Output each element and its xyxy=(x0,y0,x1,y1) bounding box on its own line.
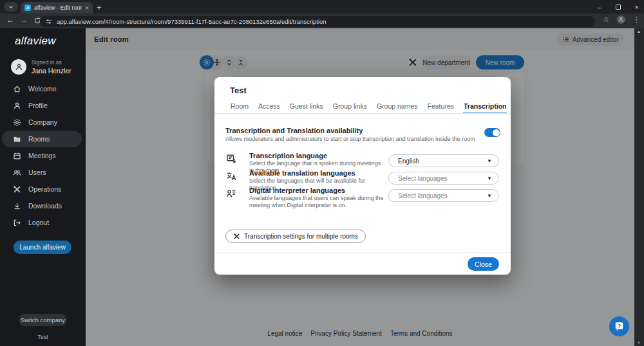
url-text: app.alfaview.com/#/room-structure/room/9… xyxy=(57,18,327,25)
sidebar-item-downloads[interactable]: Downloads xyxy=(0,197,86,214)
footer-divider xyxy=(214,252,511,253)
window-controls: – × xyxy=(597,0,639,14)
multi-rooms-label: Transcription settings for multiple room… xyxy=(244,233,358,240)
sidebar-item-label: Welcome xyxy=(28,85,57,93)
chevron-down-icon: ▼ xyxy=(487,158,492,164)
screen: a alfaview - Edit room × + – × ← → app.a… xyxy=(0,0,644,346)
sidebar-item-company[interactable]: Company xyxy=(0,114,86,131)
crossed-tools-icon xyxy=(233,233,240,240)
home-icon xyxy=(13,85,21,93)
tab-guest-links[interactable]: Guest links xyxy=(289,100,324,114)
chevron-down-icon: ▼ xyxy=(487,176,492,181)
chevron-down-icon: ▼ xyxy=(487,193,492,199)
person-icon xyxy=(13,102,21,110)
minimize-button[interactable]: – xyxy=(597,3,601,11)
browser-tab-strip: a alfaview - Edit room × + – × xyxy=(0,0,644,14)
user-name: Jana Henzler xyxy=(32,67,71,75)
edit-room-dialog: Test Room Access Guest links Group links… xyxy=(214,77,511,275)
launch-alfaview-button[interactable]: Launch alfaview xyxy=(14,241,71,254)
sidebar-item-meetings[interactable]: Meetings xyxy=(0,147,86,164)
help-bubble-icon xyxy=(613,320,625,332)
sidebar-item-label: Meetings xyxy=(28,152,56,159)
signed-in-as-label: Signed in as xyxy=(32,59,71,66)
dialog-title: Test xyxy=(230,86,247,95)
calendar-icon xyxy=(13,152,21,160)
setting-title: Transcription language xyxy=(249,152,327,159)
help-chat-button[interactable] xyxy=(609,316,629,336)
translate-icon xyxy=(226,171,236,181)
sidebar-item-rooms[interactable]: Rooms xyxy=(2,131,82,147)
forward-button[interactable]: → xyxy=(20,15,28,24)
new-tab-button[interactable]: + xyxy=(97,3,102,12)
sidebar-item-welcome[interactable]: Welcome xyxy=(0,80,86,97)
chevron-down-icon xyxy=(8,4,14,10)
translation-languages-select[interactable]: Select languages ▼ xyxy=(388,172,499,185)
setting-title: Available translation languages xyxy=(249,169,355,177)
sidebar-item-users[interactable]: Users xyxy=(0,164,86,181)
user-avatar xyxy=(11,59,26,75)
tab-group-names[interactable]: Group names xyxy=(376,100,419,114)
company-name: Test xyxy=(0,334,86,340)
tab-access[interactable]: Access xyxy=(258,100,281,114)
alfaview-logo: alfaview xyxy=(15,35,56,48)
setting-title: Digital interpreter languages xyxy=(249,187,345,194)
sidebar-item-label: Company xyxy=(28,118,57,126)
interpreter-icon xyxy=(226,188,236,199)
selected-value: English xyxy=(398,158,487,165)
tab-title: alfaview - Edit room xyxy=(34,5,82,11)
gear-icon xyxy=(13,118,21,127)
tab-transcription[interactable]: Transcription xyxy=(463,100,507,114)
sidebar-item-label: Downloads xyxy=(28,202,62,210)
tabs-divider xyxy=(214,113,511,114)
page-scrollbar[interactable]: ▲ ▼ xyxy=(634,28,644,346)
app-area: Edit room Advanced editor New department… xyxy=(0,28,644,346)
transcription-language-icon xyxy=(226,154,236,164)
availability-toggle[interactable] xyxy=(484,128,500,137)
switch-company-button[interactable]: Switch company xyxy=(19,314,67,326)
sidebar-menu: Welcome Profile Company Rooms Meetings U… xyxy=(0,80,86,231)
signed-in-user: Signed in as Jana Henzler xyxy=(11,59,71,75)
sidebar-item-label: Logout xyxy=(28,219,49,226)
dialog-tabs: Room Access Guest links Group links Grou… xyxy=(230,100,507,114)
person-icon xyxy=(15,63,23,71)
close-button[interactable]: Close xyxy=(468,257,499,271)
tab-features[interactable]: Features xyxy=(427,100,455,114)
sidebar-item-label: Users xyxy=(28,168,46,176)
sidebar-item-profile[interactable]: Profile xyxy=(0,97,86,114)
alfaview-favicon: a xyxy=(24,5,31,11)
transcription-language-select[interactable]: English ▼ xyxy=(388,154,499,167)
sidebar-item-logout[interactable]: Logout xyxy=(0,214,86,231)
site-settings-icon[interactable] xyxy=(45,18,52,25)
browser-profile-icon[interactable] xyxy=(617,15,625,24)
maximize-button[interactable] xyxy=(616,5,621,10)
sidebar-item-label: Profile xyxy=(28,102,48,109)
download-icon xyxy=(13,202,21,210)
bookmark-star-icon[interactable]: ☆ xyxy=(603,15,609,24)
folder-icon xyxy=(13,135,21,143)
sidebar-item-label: Rooms xyxy=(28,135,50,143)
tab-search-button[interactable] xyxy=(4,2,18,12)
scroll-down-arrow[interactable]: ▼ xyxy=(637,341,641,345)
browser-actions: ☆ ⋮ xyxy=(603,15,640,24)
address-bar[interactable]: app.alfaview.com/#/room-structure/room/9… xyxy=(40,16,595,27)
setting-description: Available languages that users can speak… xyxy=(249,195,384,208)
sidebar: alfaview Signed in as Jana Henzler Welco… xyxy=(0,28,86,346)
multi-rooms-settings-button[interactable]: Transcription settings for multiple room… xyxy=(225,230,366,243)
placeholder-value: Select languages xyxy=(398,175,487,182)
sidebar-item-label: Operations xyxy=(28,185,61,193)
tab-room[interactable]: Room xyxy=(230,100,249,114)
browser-tab[interactable]: a alfaview - Edit room × xyxy=(21,2,93,14)
browser-menu-icon[interactable]: ⋮ xyxy=(633,15,640,24)
tools-icon xyxy=(13,185,21,194)
interpreter-languages-select[interactable]: Select languages ▼ xyxy=(388,189,499,202)
tab-close-icon[interactable]: × xyxy=(85,5,89,12)
availability-description: Allows moderators and administrators to … xyxy=(225,136,475,142)
tab-group-links[interactable]: Group links xyxy=(332,100,368,114)
window-close-button[interactable]: × xyxy=(635,3,639,11)
placeholder-value: Select languages xyxy=(398,192,487,199)
availability-title: Transcription and Translation availabili… xyxy=(225,127,363,134)
toggle-knob xyxy=(493,129,500,136)
back-button[interactable]: ← xyxy=(6,15,14,24)
sidebar-item-operations[interactable]: Operations xyxy=(0,181,86,197)
scroll-up-arrow[interactable]: ▲ xyxy=(637,30,641,33)
